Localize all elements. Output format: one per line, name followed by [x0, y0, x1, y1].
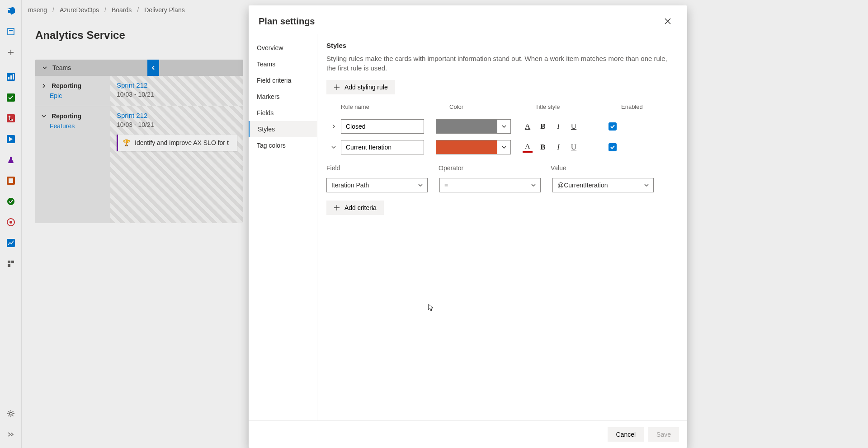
- rule-name-input[interactable]: [341, 140, 424, 154]
- add-rule-label: Add styling rule: [344, 84, 388, 91]
- col-title-style: Title style: [535, 103, 621, 110]
- nav-markers[interactable]: Markers: [249, 89, 317, 105]
- value-select[interactable]: @CurrentIteration: [552, 178, 654, 192]
- style-rule: A B I U: [326, 119, 678, 134]
- col-rule-name: Rule name: [341, 103, 449, 110]
- bold-button[interactable]: B: [538, 142, 548, 152]
- field-value: Iteration Path: [331, 182, 369, 189]
- color-picker[interactable]: [436, 140, 511, 154]
- enabled-checkbox[interactable]: [609, 143, 617, 151]
- italic-button[interactable]: I: [553, 142, 563, 152]
- collapse-rule-button[interactable]: [326, 145, 341, 150]
- field-select[interactable]: Iteration Path: [326, 178, 428, 192]
- nav-teams[interactable]: Teams: [249, 56, 317, 72]
- nav-styles[interactable]: Styles: [249, 121, 317, 137]
- operator-value: =: [444, 182, 448, 189]
- chevron-down-icon[interactable]: [497, 120, 510, 133]
- add-criteria-label: Add criteria: [344, 204, 377, 211]
- color-picker[interactable]: [436, 119, 511, 134]
- criteria-columns: Field Operator Value: [326, 164, 678, 172]
- add-styling-rule-button[interactable]: Add styling rule: [326, 80, 395, 94]
- font-color-button[interactable]: A: [523, 121, 533, 131]
- nav-fields[interactable]: Fields: [249, 105, 317, 121]
- col-operator: Operator: [439, 164, 551, 172]
- save-button[interactable]: Save: [648, 427, 679, 442]
- panel-title: Plan settings: [259, 16, 315, 27]
- styles-description: Styling rules make the cards with import…: [326, 54, 678, 73]
- styles-heading: Styles: [326, 42, 678, 49]
- font-color-button[interactable]: A: [523, 142, 533, 153]
- cancel-button[interactable]: Cancel: [608, 427, 644, 442]
- expand-rule-button[interactable]: [326, 124, 341, 129]
- color-swatch: [436, 120, 497, 133]
- rules-columns: Rule name Color Title style Enabled: [326, 103, 678, 113]
- operator-select[interactable]: =: [439, 178, 541, 192]
- rule-name-input[interactable]: [341, 119, 424, 134]
- underline-button[interactable]: U: [569, 121, 579, 131]
- chevron-down-icon[interactable]: [497, 140, 510, 154]
- style-rule: A B I U: [326, 140, 678, 154]
- color-swatch: [436, 140, 497, 154]
- col-color: Color: [449, 103, 535, 110]
- nav-field-criteria[interactable]: Field criteria: [249, 72, 317, 89]
- italic-button[interactable]: I: [553, 121, 563, 131]
- underline-button[interactable]: U: [569, 142, 579, 152]
- close-button[interactable]: [660, 14, 675, 29]
- nav-tag-colors[interactable]: Tag colors: [249, 137, 317, 154]
- col-enabled: Enabled: [621, 103, 678, 110]
- nav-overview[interactable]: Overview: [249, 40, 317, 56]
- bold-button[interactable]: B: [538, 121, 548, 131]
- enabled-checkbox[interactable]: [609, 122, 617, 131]
- col-field: Field: [326, 164, 439, 172]
- settings-nav: Overview Teams Field criteria Markers Fi…: [249, 34, 317, 420]
- plan-settings-panel: Plan settings Overview Teams Field crite…: [249, 5, 687, 448]
- add-criteria-button[interactable]: Add criteria: [326, 201, 384, 215]
- criteria-row: Iteration Path = @CurrentIteration: [326, 178, 678, 192]
- col-value: Value: [551, 164, 655, 172]
- value-value: @CurrentIteration: [557, 182, 608, 189]
